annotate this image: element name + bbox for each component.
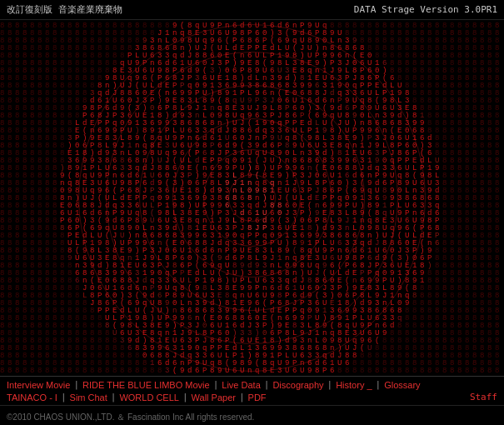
nav-link-history[interactable]: History _ (336, 380, 372, 390)
nav-link-ride-blue-limbo[interactable]: RIDE THE BLUE LIMBO Movie (82, 380, 210, 390)
staff-link[interactable]: Staff (470, 392, 497, 402)
nav-separator: | (213, 379, 219, 390)
nav-bar: Interview Movie | RIDE THE BLUE LIMBO Mo… (0, 376, 504, 405)
nav-link2-sim-chat[interactable]: Sim Chat (70, 392, 107, 402)
footer: ©2010 CHAOS UNION.,LTD. ＆ Fascination In… (0, 405, 504, 425)
nav-link-discography[interactable]: Discography (272, 380, 323, 390)
nav-link2-tainaco[interactable]: TAINACO - I (7, 392, 57, 402)
nav-separator: | (264, 379, 270, 390)
nav-link2-world-cell[interactable]: WORLD CELL (119, 392, 179, 402)
nav-link-glossary[interactable]: Glossary (384, 380, 420, 390)
nav-bottom: TAINACO - I | Sim Chat | WORLD CELL | Wa… (7, 392, 267, 402)
nav-separator2: | (182, 392, 188, 402)
nav-link-interview-movie[interactable]: Interview Movie (7, 380, 70, 390)
footer-text: ©2010 CHAOS UNION.,LTD. ＆ Fascination In… (7, 412, 254, 422)
header: 改訂復刻版 音楽産業廃棄物 DATA Strage Version 3.0PR1 (0, 0, 504, 20)
nav-link2-pdf[interactable]: PDF (248, 392, 267, 402)
nav-top: Interview Movie | RIDE THE BLUE LIMBO Mo… (7, 379, 497, 390)
nav-link-live-data[interactable]: Live Data (222, 380, 260, 390)
nav-separator2: | (111, 392, 117, 402)
header-title: 改訂復刻版 音楽産業廃棄物 (7, 3, 122, 16)
nav-link2-wall-paper[interactable]: Wall Paper (192, 392, 236, 402)
nav-separator2: | (239, 392, 245, 402)
app: 改訂復刻版 音楽産業廃棄物 DATA Strage Version 3.0PR1… (0, 0, 504, 425)
header-version: DATA Strage Version 3.0PR1 (354, 4, 497, 15)
nav-separator: | (327, 379, 333, 390)
matrix-canvas (0, 20, 504, 376)
nav-separator: | (73, 379, 79, 390)
main-visual (0, 20, 504, 376)
nav-separator: | (376, 379, 382, 390)
nav-separator2: | (61, 392, 67, 402)
